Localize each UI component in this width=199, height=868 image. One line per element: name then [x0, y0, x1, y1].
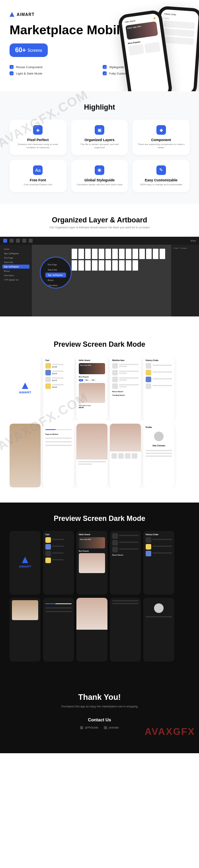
highlight-card: AaFree FontOnly amazing Poppins font [10, 160, 66, 192]
screen-category [110, 424, 141, 487]
card-title: Component [137, 138, 185, 142]
screen-splash-dark: AIMART [10, 531, 41, 595]
hero-phone-mockups: Hello Aisent🔔 Flash Sale 50% Most Popula… [123, 12, 199, 91]
layer-item: Sign Up/Register [2, 251, 29, 255]
screen-title: History Order [146, 359, 158, 361]
sale-banner: Flash Sale 50% [79, 537, 105, 548]
figma-tool-icon [16, 239, 20, 243]
card-title: Easy Customizable [137, 178, 185, 182]
highlight-card: ◆ComponentThere are supporting component… [133, 120, 189, 155]
section-label: Recent Search [112, 554, 139, 556]
layers-icon: ▣ [95, 125, 104, 135]
card-title: Free Font [14, 178, 62, 182]
screen-product [76, 424, 107, 487]
social-icon [104, 726, 107, 729]
contact-item[interactable]: @Pickolab [80, 726, 98, 729]
contact-title: Contact Us [10, 717, 189, 722]
screen-splash: AIMART [10, 357, 41, 420]
preview-row: AIMART Cart Hello Aisent Flash Sale 50% … [10, 531, 189, 595]
card-desc: The file is named, grouped, and well org… [75, 143, 124, 149]
panel-tab: Design [174, 247, 178, 249]
thanks-sub: Purchases this app as enjoy the marketpl… [10, 705, 189, 708]
contact-label: pickolab [109, 726, 119, 729]
screen-home-dark: Hello Aisent Flash Sale 50% Most Popular [76, 531, 107, 595]
check-icon: ✓ [103, 65, 107, 69]
screen-title: Profile [146, 426, 152, 428]
section-label: Recent Search [112, 391, 139, 393]
layer-item: First Page [2, 256, 29, 260]
logo-icon [22, 557, 28, 563]
screen-profile: Profile Alex Chirsten [143, 424, 174, 487]
hero-section: AIMART Marketplace Mobile Apps 60+ Scree… [0, 0, 199, 91]
figma-tool-icon [3, 239, 7, 243]
artboard-sub: Our Organized Layer & Artboard should as… [0, 226, 199, 229]
screen-user: Hello Aisent [79, 533, 90, 536]
pixel-icon: ◈ [33, 125, 43, 135]
highlight-title: Highlight [10, 103, 189, 112]
preview-row: AIMART Cart $14.00 $16.99 $14.29 $16.99 … [10, 357, 189, 420]
highlight-card: ◉Global StyleguideConsistent design with… [71, 160, 128, 192]
price: $14.29 [52, 379, 72, 381]
screen-history-dark: History Order [143, 531, 174, 595]
figma-layers-panel: Cover Sign Up/Register First Page Status… [0, 245, 32, 316]
figma-screenshot: Share Cover Sign Up/Register First Page … [0, 237, 199, 316]
custom-icon: ✎ [156, 165, 166, 175]
highlight-card: ▣Organized LayersThe file is named, grou… [71, 120, 128, 155]
screen-onboard: Payment Method [43, 424, 74, 487]
contact-item[interactable]: pickolab [104, 726, 119, 729]
screen-dark [76, 598, 107, 662]
screen-dark [110, 598, 141, 662]
highlight-section: Highlight ◈Pixel PerfectDistance and mea… [0, 91, 199, 204]
layer-item: Status Bar [2, 260, 29, 264]
zoom-layer: Status Bar [45, 267, 66, 272]
screen-dark [143, 598, 174, 662]
highlight-grid: ◈Pixel PerfectDistance and measures usin… [10, 120, 189, 192]
screen-title: Payment Method [45, 433, 72, 435]
figma-tool-icon [29, 239, 33, 243]
layer-item: Cover [2, 247, 29, 251]
card-desc: 100% easy to change and customizable [137, 183, 185, 187]
zoom-lens: First Page Status Bar Sign Up/Register B… [40, 257, 72, 289]
logo-text: AIMART [19, 565, 31, 568]
artboard-section: Organized Layer & Artboard Our Organized… [0, 204, 199, 328]
brand-name: AIMART [17, 12, 35, 17]
highlight-card: ✎Easy Customizable100% easy to change an… [133, 160, 189, 192]
price: $14.00 [52, 366, 72, 368]
phone-title: History Order [164, 12, 176, 16]
screens-count: 60+ [15, 47, 26, 54]
preview-row [10, 598, 189, 662]
screens-label: Screens [27, 48, 42, 53]
preview-dark-title: Preview Screen Dark Mode [10, 515, 189, 523]
preview-light-title: Preview Screen Dark Mode [10, 340, 189, 349]
progress-slider [45, 429, 72, 430]
figma-canvas: First Page Status Bar Sign Up/Register B… [32, 245, 171, 316]
check-icon: ✓ [10, 65, 14, 69]
figma-tool-icon [22, 239, 26, 243]
screen-photo [10, 424, 41, 487]
font-icon: Aa [33, 165, 43, 175]
screen-title: Cart [45, 533, 49, 536]
zoom-layer: Sign Up/Register [45, 273, 66, 277]
figma-inspect-panel: DesignPrototype [171, 245, 199, 316]
screen-wishlist-dark: Recent Search [110, 531, 141, 595]
zoom-layer: First Page [45, 262, 66, 267]
figma-toolbar: Share [0, 237, 199, 245]
screen-title: History Order [146, 533, 158, 536]
sale-banner: Flash Sale 50% [79, 363, 105, 374]
card-title: Organized Layers [75, 138, 124, 142]
social-icon [80, 726, 83, 729]
brand-logo-icon [10, 12, 14, 17]
card-desc: There are supporting components to make … [137, 143, 185, 149]
phone-banner: Flash Sale 50% [125, 21, 158, 40]
screen-cart-dark: Cart [43, 531, 74, 595]
check-icon: ✓ [10, 71, 14, 75]
logo-text: AIMART [19, 391, 31, 394]
feature-item: ✓Reuse Component [10, 65, 96, 69]
share-button: Share [191, 240, 196, 242]
screen-title: Cart [45, 359, 49, 361]
highlight-card: ◈Pixel PerfectDistance and measures usin… [10, 120, 66, 155]
feature-label: Reuse Component [16, 65, 43, 69]
screens-badge: 60+ Screens [10, 43, 48, 57]
product-price: $48.99 [79, 407, 105, 408]
screen-dark [10, 598, 41, 662]
